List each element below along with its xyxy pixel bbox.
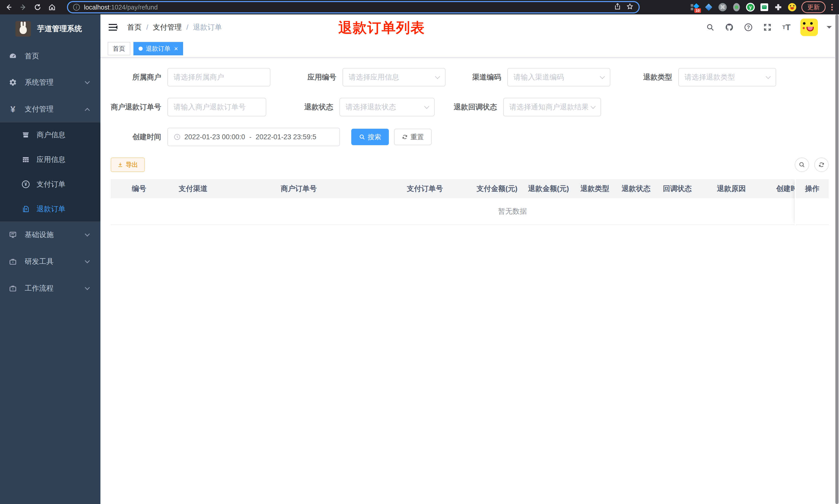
sidebar-item-refund-order[interactable]: 退款订单 xyxy=(0,197,101,221)
col-action: 操作 xyxy=(796,179,829,198)
refund-status-select[interactable]: 请选择退款状态 xyxy=(339,98,435,116)
export-button[interactable]: 导出 xyxy=(111,158,145,172)
browser-menu-icon[interactable] xyxy=(831,4,833,11)
reset-button[interactable]: 重置 xyxy=(394,129,432,145)
sidebar-item-merchant-info[interactable]: 商户信息 xyxy=(0,123,101,147)
search-button[interactable]: 搜索 xyxy=(351,129,389,145)
sidebar: 芋道管理系统 首页 系统管理 ¥ 支付管理 xyxy=(0,14,101,504)
col-notify-status: 回调状态 xyxy=(657,184,698,194)
col-refund-type: 退款类型 xyxy=(574,184,615,194)
extension-y-icon[interactable]: y xyxy=(746,3,755,12)
notify-status-select[interactable]: 请选择通知商户退款结果的 xyxy=(503,98,601,116)
merchant-refund-no-input[interactable]: 请输入商户退款订单号 xyxy=(167,98,266,116)
chevron-down-icon xyxy=(435,74,440,79)
channel-code-select[interactable]: 请输入渠道编码 xyxy=(507,68,610,87)
filter-label-create-time: 创建时间 xyxy=(111,132,167,142)
filter-label-app-no: 应用编号 xyxy=(306,72,342,82)
page-info-icon[interactable]: i xyxy=(73,4,80,11)
chevron-down-icon xyxy=(600,74,605,79)
browser-forward-icon[interactable] xyxy=(18,2,29,13)
breadcrumb-section[interactable]: 支付管理 xyxy=(153,22,182,32)
sidebar-item-infra[interactable]: 基础设施 xyxy=(0,221,101,248)
table-header-row: 编号 支付渠道 商户订单号 支付订单号 支付金额(元) 退款金额(元) 退款类型… xyxy=(111,179,829,198)
browser-back-icon[interactable] xyxy=(3,2,14,13)
font-size-icon[interactable]: TT xyxy=(781,22,792,32)
create-time-range-picker[interactable]: 2022-01-23 00:00:00 - 2022-01-23 23:59:5… xyxy=(167,128,340,146)
filter-label-merchant: 所属商户 xyxy=(111,72,167,82)
dashboard-icon xyxy=(8,52,18,61)
url-text: localhost:1024/pay/refund xyxy=(84,4,158,11)
yen-circle-icon: ¥ xyxy=(22,180,30,188)
top-navbar: 首页 / 支付管理 / 退款订单 退款订单列表 ? TT xyxy=(101,14,839,40)
refund-doc-icon xyxy=(22,205,30,213)
page-title: 退款订单列表 xyxy=(338,19,425,37)
chevron-down-icon xyxy=(85,258,90,263)
extensions-puzzle-icon[interactable] xyxy=(773,3,783,12)
chrome-update-button[interactable]: 更新 xyxy=(801,1,826,13)
help-icon[interactable]: ? xyxy=(743,22,753,32)
refresh-button[interactable] xyxy=(814,158,829,172)
briefcase-icon xyxy=(8,257,18,266)
extension-command-icon[interactable]: ⌘ xyxy=(718,3,727,12)
filter-label-refund-status: 退款状态 xyxy=(303,102,339,112)
extension-emoji-icon[interactable] xyxy=(787,3,797,12)
sidebar-item-system[interactable]: 系统管理 xyxy=(0,69,101,96)
sidebar-item-home[interactable]: 首页 xyxy=(0,43,101,69)
logo-rabbit-image xyxy=(15,21,31,37)
toggle-search-button[interactable] xyxy=(795,158,809,172)
briefcase-icon xyxy=(8,284,18,293)
pay-submenu: 商户信息 应用信息 ¥ 支付订单 退款订单 xyxy=(0,123,101,221)
scrollbar-thumb[interactable] xyxy=(835,14,838,504)
col-id: 编号 xyxy=(111,184,167,194)
filter-label-refund-type: 退款类型 xyxy=(642,72,678,82)
sidebar-item-pay[interactable]: ¥ 支付管理 xyxy=(0,96,101,123)
col-refund-reason: 退款原因 xyxy=(698,184,765,194)
extension-kite-icon[interactable] xyxy=(704,3,713,12)
bookmark-star-icon[interactable] xyxy=(626,3,633,12)
refund-table: 编号 支付渠道 商户订单号 支付订单号 支付金额(元) 退款金额(元) 退款类型… xyxy=(111,179,829,225)
browser-home-icon[interactable] xyxy=(46,2,58,13)
page-scrollbar[interactable] xyxy=(835,14,839,504)
app-no-select[interactable]: 请选择应用信息 xyxy=(342,68,446,87)
tab-close-icon[interactable]: × xyxy=(174,45,178,52)
sidebar-item-app-info[interactable]: 应用信息 xyxy=(0,147,101,172)
address-bar[interactable]: i localhost:1024/pay/refund xyxy=(67,1,640,13)
chevron-down-icon xyxy=(85,79,90,84)
browser-extensions-area: 10 ⌘ y ••• 更新 xyxy=(690,0,835,14)
tab-home[interactable]: 首页 xyxy=(108,42,130,55)
breadcrumb-home[interactable]: 首页 xyxy=(127,22,142,32)
extension-grid-icon[interactable]: 10 xyxy=(690,3,699,12)
extension-recorder-icon[interactable] xyxy=(732,3,741,12)
extension-chat-icon[interactable]: ••• xyxy=(760,3,769,12)
sidebar-collapse-icon[interactable] xyxy=(106,19,123,36)
breadcrumb: 首页 / 支付管理 / 退款订单 xyxy=(127,22,222,32)
filter-label-notify-status: 退款回调状态 xyxy=(453,102,503,112)
sidebar-item-workflow[interactable]: 工作流程 xyxy=(0,275,101,302)
sidebar-item-pay-order[interactable]: ¥ 支付订单 xyxy=(0,172,101,197)
col-refund-status: 退款状态 xyxy=(615,184,657,194)
range-start-value: 2022-01-23 00:00:00 xyxy=(184,133,245,141)
github-icon[interactable] xyxy=(724,22,734,32)
tab-refund-order[interactable]: 退款订单 × xyxy=(133,42,183,55)
sidebar-logo[interactable]: 芋道管理系统 xyxy=(0,14,101,43)
refund-type-select[interactable]: 请选择退款类型 xyxy=(678,68,776,87)
merchant-select[interactable]: 请选择所属商户 xyxy=(167,68,270,87)
monitor-icon xyxy=(8,230,18,239)
shop-icon xyxy=(22,131,30,139)
col-pay-channel: 支付渠道 xyxy=(167,184,219,194)
user-avatar[interactable] xyxy=(800,19,818,36)
browser-toolbar: i localhost:1024/pay/refund 10 ⌘ y ••• 更… xyxy=(0,0,839,14)
yen-icon: ¥ xyxy=(8,105,18,114)
avatar-caret-icon[interactable] xyxy=(827,26,832,31)
browser-reload-icon[interactable] xyxy=(32,2,43,13)
search-icon[interactable] xyxy=(705,22,715,32)
table-grid-icon xyxy=(22,156,30,164)
sidebar-item-devtool[interactable]: 研发工具 xyxy=(0,248,101,275)
clock-icon xyxy=(174,133,184,141)
fullscreen-icon[interactable] xyxy=(762,22,772,32)
app-title: 芋道管理系统 xyxy=(37,24,82,34)
range-end-value: 2022-01-23 23:59:59 xyxy=(256,133,317,141)
active-dot-icon xyxy=(139,47,143,51)
share-icon[interactable] xyxy=(614,3,621,12)
chevron-up-icon xyxy=(85,108,90,113)
